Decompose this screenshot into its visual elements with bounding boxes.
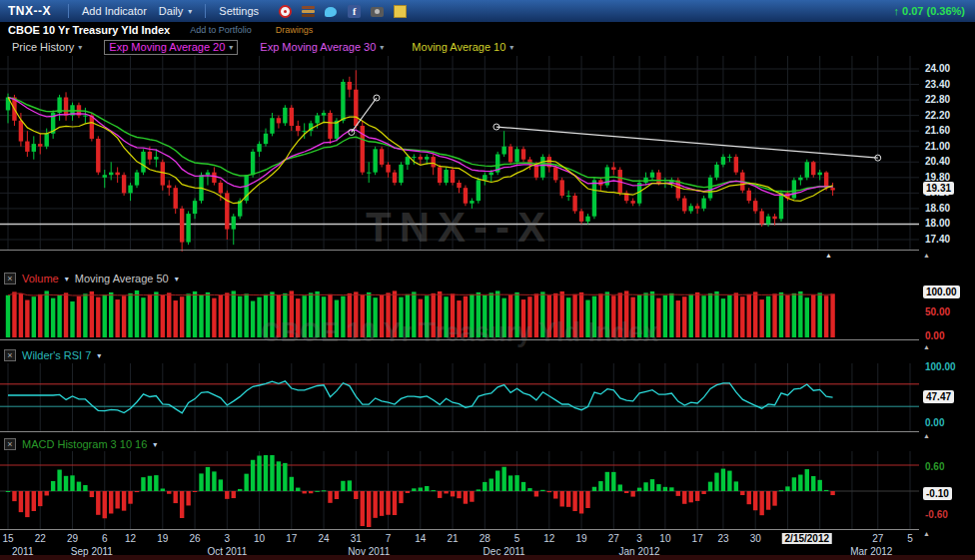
scroll-up-icon[interactable]: ▲ — [923, 252, 930, 259]
date-tick: 3 — [225, 533, 231, 544]
latest-bar-marker-icon[interactable]: ▲ — [825, 252, 832, 259]
volume-current-badge: 100.00 — [923, 285, 960, 298]
volume-label[interactable]: Volume — [22, 273, 59, 284]
symbol-description: CBOE 10 Yr Treasury Yld Index — [8, 24, 170, 36]
macd-label[interactable]: MACD Histogram 3 10 16 — [22, 438, 147, 450]
scroll-up-icon[interactable]: ▲ — [923, 343, 930, 350]
price-axis-label: 21.00 — [925, 141, 950, 152]
ma10-dropdown[interactable]: Moving Average 10 ▾ — [406, 40, 519, 54]
rsi-label[interactable]: Wilder's RSI 7 — [22, 349, 91, 361]
volume-axis-label: 0.00 — [925, 330, 944, 341]
date-tick: 10 — [659, 533, 670, 544]
price-axis-label: 22.20 — [925, 110, 950, 121]
date-tick: 7 — [386, 533, 392, 544]
price-axis-label: 22.80 — [925, 94, 950, 105]
date-tick: 12 — [543, 533, 554, 544]
month-tick: 2011 — [12, 546, 34, 557]
price-axis-label: 17.40 — [925, 234, 950, 245]
date-tick: 6 — [102, 533, 108, 544]
date-tick: 15 — [2, 533, 13, 544]
close-icon[interactable]: × — [4, 273, 16, 284]
price-chart-canvas[interactable] — [0, 56, 919, 252]
date-tick: 30 — [750, 533, 761, 544]
ema20-dropdown[interactable]: Exp Moving Average 20 ▾ — [104, 40, 238, 55]
charting-app: TNX--X Add Indicator Daily ▾ Settings f … — [0, 0, 975, 560]
price-change: ↑ 0.07 (0.36%) — [894, 5, 965, 17]
facebook-icon[interactable]: f — [348, 5, 361, 18]
price-history-label: Price History — [12, 41, 74, 53]
date-tick: 17 — [692, 533, 703, 544]
rsi-current-badge: 47.47 — [923, 390, 954, 403]
change-value: 0.07 (0.36%) — [902, 5, 965, 17]
period-dropdown[interactable]: Daily ▾ — [153, 5, 198, 17]
close-icon[interactable]: × — [4, 349, 16, 361]
volume-ma-label[interactable]: Moving Average 50 — [75, 273, 169, 284]
macd-axis-label: -0.60 — [925, 509, 948, 520]
twitter-icon[interactable] — [325, 5, 338, 18]
last-price-badge: 19.31 — [923, 182, 954, 195]
chevron-down-icon: ▾ — [229, 43, 233, 52]
month-tick: Dec 2011 — [484, 546, 525, 557]
date-tick: 19 — [575, 533, 586, 544]
rsi-axis-label: 0.00 — [925, 417, 944, 428]
top-toolbar: TNX--X Add Indicator Daily ▾ Settings f … — [0, 0, 975, 22]
rsi-panel-header: × Wilder's RSI 7 ▾ — [4, 349, 101, 361]
date-tick: 29 — [67, 533, 78, 544]
chevron-down-icon: ▾ — [78, 43, 82, 52]
scroll-up-icon[interactable]: ▲ — [923, 432, 930, 439]
toolbar-separator — [68, 4, 69, 18]
toolbar-separator — [205, 4, 206, 18]
macd-chart-canvas[interactable] — [0, 451, 919, 531]
date-tick: 31 — [351, 533, 362, 544]
library-icon[interactable] — [302, 5, 315, 18]
date-tick: 24 — [318, 533, 329, 544]
indicator-row: Price History ▾ Exp Moving Average 20 ▾ … — [0, 38, 925, 56]
date-tick: 23 — [717, 533, 728, 544]
chevron-down-icon: ▾ — [188, 7, 192, 16]
close-icon[interactable]: × — [4, 438, 16, 450]
scroll-up-icon[interactable]: ▲ — [923, 530, 930, 537]
up-arrow-icon: ↑ — [894, 6, 900, 17]
alarm-clock-icon[interactable] — [279, 5, 292, 18]
date-tick: 27 — [872, 533, 883, 544]
chevron-down-icon: ▾ — [153, 440, 157, 449]
price-axis-label: 21.60 — [925, 125, 950, 136]
date-tick: 26 — [189, 533, 200, 544]
month-tick: Sep 2011 — [71, 546, 113, 557]
month-tick: Mar 2012 — [850, 546, 892, 557]
date-tick: 28 — [480, 533, 490, 544]
price-axis-label: 23.40 — [925, 79, 950, 90]
volume-chart-canvas[interactable] — [0, 285, 919, 341]
ema30-label: Exp Moving Average 30 — [260, 41, 376, 53]
macd-axis-label: 0.60 — [925, 461, 944, 472]
chevron-down-icon: ▾ — [175, 275, 179, 283]
date-tick: 22 — [35, 533, 46, 544]
selected-date-badge: 2/15/2012 — [782, 533, 833, 544]
snapshot-camera-icon[interactable] — [371, 5, 384, 18]
drawings-button[interactable]: Drawings — [270, 24, 320, 36]
volume-axis-label: 50.00 — [925, 306, 950, 317]
date-tick: 19 — [157, 533, 168, 544]
settings-button[interactable]: Settings — [213, 5, 265, 17]
rsi-chart-canvas[interactable] — [0, 363, 919, 433]
date-axis[interactable]: 1522296121926310172431714212851219273101… — [0, 531, 975, 560]
date-tick: 3 — [636, 533, 642, 544]
macd-panel-header: × MACD Histogram 3 10 16 ▾ — [4, 438, 157, 450]
date-tick: 27 — [608, 533, 619, 544]
toolbar-icons: f — [279, 5, 407, 18]
ema20-label: Exp Moving Average 20 — [109, 41, 225, 53]
date-tick: 5 — [514, 533, 520, 544]
date-tick: 5 — [907, 533, 913, 544]
add-to-portfolio-button[interactable]: Add to Portfolio — [184, 24, 258, 36]
price-history-dropdown[interactable]: Price History ▾ — [6, 40, 88, 54]
symbol-subheader: CBOE 10 Yr Treasury Yld Index Add to Por… — [0, 22, 975, 38]
chevron-down-icon: ▾ — [380, 43, 384, 52]
chevron-down-icon: ▾ — [97, 351, 101, 360]
ema30-dropdown[interactable]: Exp Moving Average 30 ▾ — [254, 40, 390, 54]
price-axis-label: 24.00 — [925, 63, 950, 74]
month-tick: Nov 2011 — [348, 546, 390, 557]
add-indicator-button[interactable]: Add Indicator — [76, 5, 153, 17]
period-label: Daily — [159, 5, 183, 17]
date-tick: 21 — [447, 533, 458, 544]
notes-icon[interactable] — [394, 5, 407, 18]
